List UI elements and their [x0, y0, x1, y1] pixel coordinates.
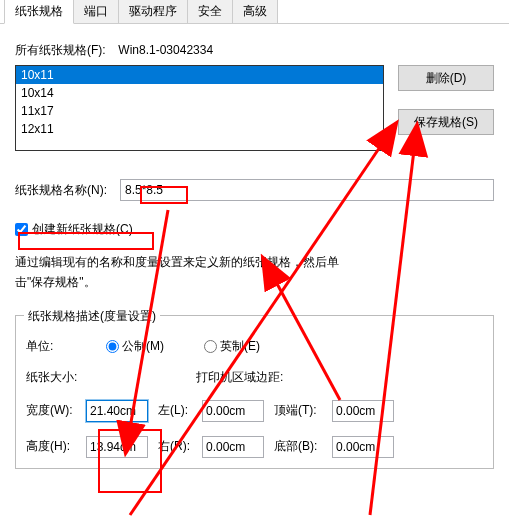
unit-label: 单位: [26, 338, 106, 355]
tab-paper-spec[interactable]: 纸张规格 [4, 0, 74, 24]
list-item[interactable]: 11x17 [16, 102, 383, 120]
top-label: 顶端(T): [274, 402, 332, 419]
unit-metric-label: 公制(M) [122, 338, 164, 355]
height-label: 高度(H): [26, 438, 86, 455]
title-value: Win8.1-03042334 [118, 43, 213, 57]
unit-english-label: 英制(E) [220, 338, 260, 355]
bottom-label: 底部(B): [274, 438, 332, 455]
delete-button[interactable]: 删除(D) [398, 65, 494, 91]
tab-bar: 纸张规格 端口 驱动程序 安全 高级 [0, 0, 509, 24]
help-text: 通过编辑现有的名称和度量设置来定义新的纸张规格，然后单击"保存规格"。 [15, 252, 355, 293]
paper-size-header: 纸张大小: [26, 369, 196, 386]
height-input[interactable] [86, 436, 148, 458]
fieldset-legend: 纸张规格描述(度量设置) [24, 308, 160, 325]
save-spec-button[interactable]: 保存规格(S) [398, 109, 494, 135]
bottom-input[interactable] [332, 436, 394, 458]
create-new-label: 创建新纸张规格(C) [32, 221, 133, 238]
spec-name-label: 纸张规格名称(N): [15, 182, 120, 199]
width-label: 宽度(W): [26, 402, 86, 419]
tab-advanced[interactable]: 高级 [232, 0, 278, 23]
tab-security[interactable]: 安全 [187, 0, 233, 23]
tab-driver[interactable]: 驱动程序 [118, 0, 188, 23]
list-item[interactable]: 10x11 [16, 66, 383, 84]
tab-port[interactable]: 端口 [73, 0, 119, 23]
unit-metric-radio[interactable] [106, 340, 119, 353]
unit-english-radio[interactable] [204, 340, 217, 353]
left-input[interactable] [202, 400, 264, 422]
all-specs-label: 所有纸张规格(F): [15, 42, 115, 59]
create-new-checkbox[interactable] [15, 223, 28, 236]
list-item[interactable]: 12x11 [16, 120, 383, 138]
paper-spec-list[interactable]: 10x11 10x14 11x17 12x11 [15, 65, 384, 151]
spec-name-input[interactable] [120, 179, 494, 201]
left-label: 左(L): [158, 402, 202, 419]
spec-desc-fieldset: 纸张规格描述(度量设置) 单位: 公制(M) 英制(E) 纸张大小: 打印机区域… [15, 315, 494, 469]
right-label: 右(R): [158, 438, 202, 455]
right-input[interactable] [202, 436, 264, 458]
width-input[interactable] [86, 400, 148, 422]
top-input[interactable] [332, 400, 394, 422]
list-item[interactable]: 10x14 [16, 84, 383, 102]
printer-margin-header: 打印机区域边距: [196, 369, 283, 386]
